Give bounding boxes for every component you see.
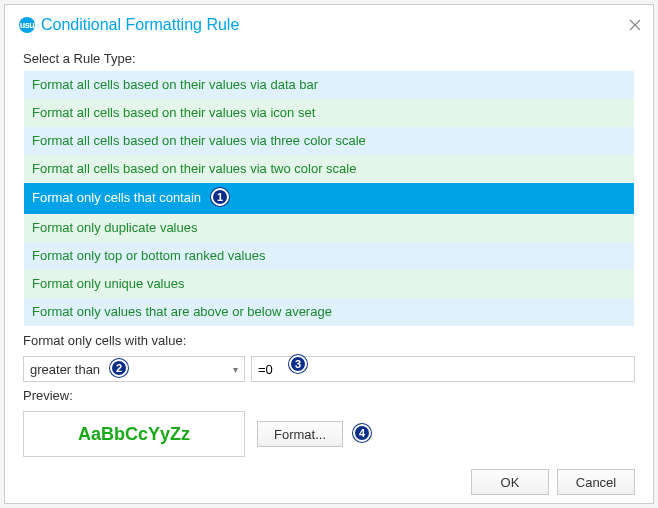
- rule-type-item-label: Format all cells based on their values v…: [32, 161, 356, 176]
- select-rule-type-label: Select a Rule Type:: [23, 51, 635, 66]
- dialog-footer: OK Cancel: [5, 457, 653, 508]
- operator-value: greater than: [30, 362, 100, 377]
- callout-marker-2: 2: [110, 359, 128, 377]
- app-icon: usu: [19, 17, 35, 33]
- rule-type-item[interactable]: Format all cells based on their values v…: [24, 155, 634, 183]
- rule-type-item[interactable]: Format only unique values: [24, 270, 634, 298]
- rule-type-item[interactable]: Format all cells based on their values v…: [24, 99, 634, 127]
- preview-row: AaBbCcYyZz Format... 4: [23, 411, 635, 457]
- dialog-window: usu Conditional Formatting Rule Select a…: [4, 4, 654, 504]
- rule-type-item-label: Format only unique values: [32, 276, 184, 291]
- rule-type-item-label: Format only values that are above or bel…: [32, 304, 332, 319]
- format-button[interactable]: Format...: [257, 421, 343, 447]
- rule-type-item-label: Format only top or bottom ranked values: [32, 248, 265, 263]
- titlebar: usu Conditional Formatting Rule: [5, 5, 653, 39]
- rule-type-list: Format all cells based on their values v…: [23, 70, 635, 327]
- dialog-body: Select a Rule Type: Format all cells bas…: [5, 39, 653, 457]
- close-icon[interactable]: [625, 15, 645, 35]
- preview-sample-text: AaBbCcYyZz: [78, 424, 190, 445]
- rule-type-item[interactable]: Format all cells based on their values v…: [24, 71, 634, 99]
- rule-type-item-label: Format all cells based on their values v…: [32, 77, 318, 92]
- rule-type-item[interactable]: Format only cells that contain1: [24, 183, 634, 214]
- rule-type-item-label: Format only duplicate values: [32, 220, 197, 235]
- dialog-title: Conditional Formatting Rule: [41, 16, 239, 34]
- ok-button[interactable]: OK: [471, 469, 549, 495]
- rule-type-item[interactable]: Format all cells based on their values v…: [24, 127, 634, 155]
- preview-box: AaBbCcYyZz: [23, 411, 245, 457]
- operator-combo[interactable]: greater than 2 ▾: [23, 356, 245, 382]
- rule-type-item[interactable]: Format only top or bottom ranked values: [24, 242, 634, 270]
- preview-label: Preview:: [23, 388, 635, 403]
- format-only-cells-label: Format only cells with value:: [23, 333, 635, 348]
- chevron-down-icon: ▾: [233, 364, 238, 375]
- rule-type-item[interactable]: Format only duplicate values: [24, 214, 634, 242]
- callout-marker-4: 4: [353, 424, 371, 442]
- rule-type-item-label: Format all cells based on their values v…: [32, 105, 315, 120]
- callout-marker-3: 3: [289, 355, 307, 373]
- rule-type-item-label: Format only cells that contain: [32, 190, 201, 205]
- rule-type-item[interactable]: Format only values that are above or bel…: [24, 298, 634, 326]
- callout-marker-1: 1: [211, 188, 229, 206]
- condition-row: greater than 2 ▾ 3: [23, 356, 635, 382]
- rule-type-item-label: Format all cells based on their values v…: [32, 133, 366, 148]
- format-button-wrap: Format... 4: [257, 421, 371, 447]
- cancel-button[interactable]: Cancel: [557, 469, 635, 495]
- condition-value-input[interactable]: [251, 356, 635, 382]
